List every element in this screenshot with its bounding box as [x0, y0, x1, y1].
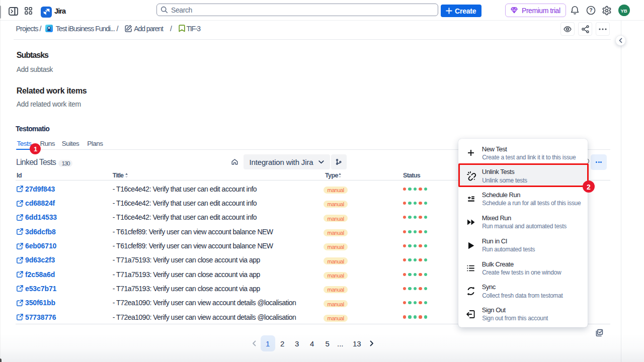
- svg-text:?: ?: [589, 7, 592, 13]
